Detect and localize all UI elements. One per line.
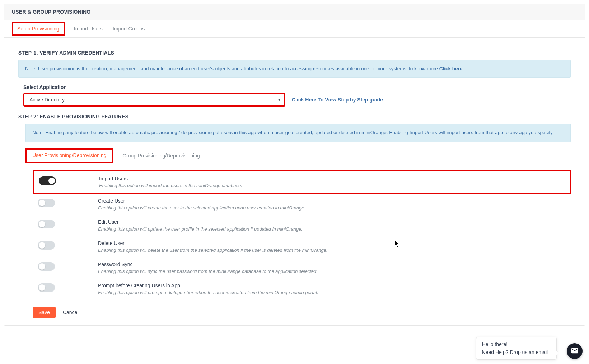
feature-title: Password Sync: [98, 261, 318, 267]
toggle-import-users[interactable]: [39, 176, 56, 185]
step1-note-suffix: .: [462, 66, 464, 71]
toggle-edit-user[interactable]: [38, 220, 55, 228]
toggle-create-user[interactable]: [38, 199, 55, 207]
feature-delete-user: Delete User Enabling this option will de…: [33, 236, 571, 257]
step2-note: Note: Enabling any feature below will en…: [25, 124, 571, 142]
feature-prompt-before-creating: Prompt before Creating Users in App. Ena…: [33, 278, 571, 299]
feature-desc: Enabling this option will update the use…: [98, 226, 303, 232]
feature-import-users: Import Users Enabling this option will i…: [33, 170, 571, 194]
step1-note-text: Note: User provisioning is the creation,…: [25, 66, 439, 71]
main-tabs: Setup Provisioning Import Users Import G…: [4, 20, 585, 38]
feature-desc: Enabling this option will create the use…: [98, 205, 305, 211]
tab-user-provisioning[interactable]: User Provisioning/Deprovisioning: [25, 148, 113, 163]
features-list: Import Users Enabling this option will i…: [25, 163, 571, 303]
tab-import-users[interactable]: Import Users: [73, 20, 103, 37]
toggle-delete-user[interactable]: [38, 241, 55, 250]
feature-desc: Enabling this option will sync the user …: [98, 269, 318, 274]
step1-title: STEP-1: VERIFY ADMIN CREDENTIALS: [18, 50, 571, 56]
feature-title: Create User: [98, 198, 305, 204]
content: STEP-1: VERIFY ADMIN CREDENTIALS Note: U…: [4, 38, 585, 325]
step1-note-link[interactable]: Click here: [439, 66, 463, 71]
tab-import-groups[interactable]: Import Groups: [112, 20, 145, 37]
toggle-prompt-before-creating[interactable]: [38, 283, 55, 292]
save-button[interactable]: Save: [33, 307, 56, 318]
feature-create-user: Create User Enabling this option will cr…: [33, 194, 571, 215]
feature-desc: Enabling this option will prompt a dialo…: [98, 290, 318, 295]
tab-setup-provisioning[interactable]: Setup Provisioning: [12, 22, 65, 36]
feature-desc: Enabling this option will delete the use…: [98, 247, 328, 253]
page-container: USER & GROUP PROVISIONING Setup Provisio…: [4, 4, 585, 326]
feature-title: Edit User: [98, 219, 303, 225]
step-by-step-guide-link[interactable]: Click Here To View Step by Step guide: [292, 97, 383, 103]
select-application[interactable]: Active Directory: [23, 93, 285, 107]
feature-title: Delete User: [98, 240, 328, 246]
feature-password-sync: Password Sync Enabling this option will …: [33, 257, 571, 278]
feature-desc: Enabling this option will import the use…: [99, 183, 242, 188]
feature-title: Prompt before Creating Users in App.: [98, 283, 318, 288]
feature-edit-user: Edit User Enabling this option will upda…: [33, 215, 571, 236]
provisioning-inner-tabs: User Provisioning/Deprovisioning Group P…: [25, 148, 571, 163]
select-application-label: Select Application: [23, 84, 566, 90]
cancel-button[interactable]: Cancel: [63, 309, 79, 315]
feature-title: Import Users: [99, 176, 242, 181]
toggle-password-sync[interactable]: [38, 262, 55, 271]
step2-title: STEP-2: ENABLE PROVISIONING FEATURES: [18, 114, 571, 119]
tab-group-provisioning[interactable]: Group Provisioning/Deprovisioning: [122, 148, 201, 163]
select-application-wrap: Active Directory ▾: [23, 93, 285, 107]
step1-note: Note: User provisioning is the creation,…: [18, 60, 571, 78]
panel-title: USER & GROUP PROVISIONING: [4, 4, 585, 20]
actions: Save Cancel: [25, 307, 571, 318]
